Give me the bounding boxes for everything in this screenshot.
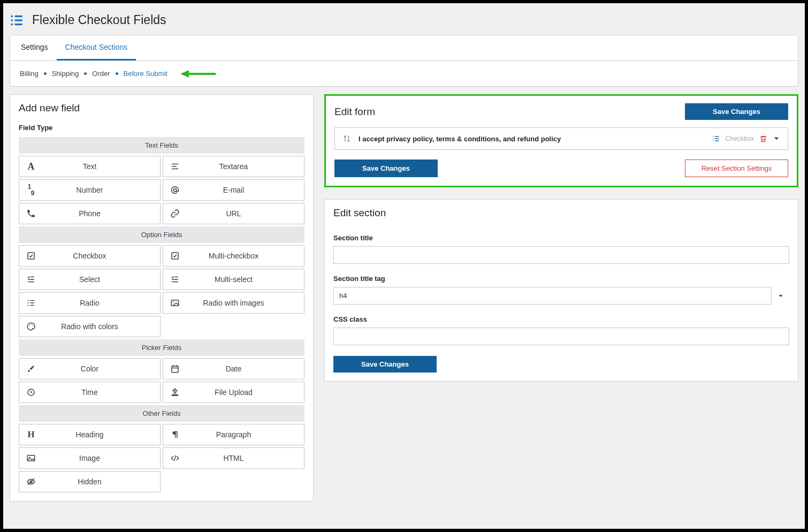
at-icon xyxy=(163,185,187,195)
field-type-paragraph[interactable]: Paragraph xyxy=(163,424,304,445)
drag-handle-icon[interactable] xyxy=(342,134,351,143)
field-type-date[interactable]: Date xyxy=(163,358,304,379)
code-icon xyxy=(163,453,187,463)
save-section-button[interactable]: Save Changes xyxy=(333,356,437,373)
reset-section-button[interactable]: Reset Section Settings xyxy=(685,159,788,177)
field-type-label: Select xyxy=(43,275,160,284)
field-type-label: Hidden xyxy=(43,477,160,486)
checkbox-icon xyxy=(163,251,187,261)
crumb-shipping[interactable]: Shipping xyxy=(52,70,79,78)
image-box-icon xyxy=(163,298,187,308)
crumb-billing[interactable]: Billing xyxy=(20,70,39,78)
paragraph-icon xyxy=(163,430,187,439)
list-icon xyxy=(19,298,43,308)
field-type-label: Text xyxy=(43,162,160,171)
field-type-number[interactable]: 19Number xyxy=(19,179,161,201)
field-type-hidden[interactable]: Hidden xyxy=(19,471,161,492)
field-type-label: Radio xyxy=(43,299,160,307)
field-type-checkbox[interactable]: Checkbox xyxy=(19,245,161,267)
check-list-icon xyxy=(19,275,43,284)
field-type-label: Date xyxy=(187,364,304,373)
section-title-label: Section title xyxy=(333,234,789,242)
expand-icon[interactable] xyxy=(773,135,780,142)
align-left-icon xyxy=(163,162,187,171)
svg-point-22 xyxy=(28,305,28,306)
link-icon xyxy=(163,209,187,218)
crumb-sep xyxy=(116,72,118,75)
edit-section-title: Edit section xyxy=(325,200,798,226)
svg-rect-29 xyxy=(172,366,178,373)
field-type-label: Radio with images xyxy=(187,299,304,307)
css-class-label: CSS class xyxy=(333,315,789,323)
crumb-order[interactable]: Order xyxy=(92,70,110,78)
palette-icon xyxy=(19,322,43,331)
field-type-select[interactable]: Select xyxy=(19,269,161,290)
crumb-before-submit[interactable]: Before Submit xyxy=(124,70,167,78)
field-category-header: Picker Fields xyxy=(19,339,304,356)
field-type-radio-with-images[interactable]: Radio with images xyxy=(163,292,304,314)
svg-point-26 xyxy=(29,325,30,326)
svg-rect-11 xyxy=(172,253,178,259)
field-type-label: Time xyxy=(43,388,160,397)
field-type-time[interactable]: Time xyxy=(19,382,161,403)
app-icon xyxy=(10,13,25,27)
tabs-card: Settings Checkout Sections Billing Shipp… xyxy=(10,35,798,87)
field-label: I accept privacy policy, terms & conditi… xyxy=(359,135,704,143)
svg-point-28 xyxy=(33,325,34,326)
upload-icon xyxy=(163,387,187,397)
calendar-icon xyxy=(163,364,187,374)
field-type-heading[interactable]: HHeading xyxy=(19,424,161,445)
field-type-phone[interactable]: Phone xyxy=(19,203,161,224)
field-type-multi-select[interactable]: Multi-select xyxy=(163,269,304,290)
crumb-sep xyxy=(44,72,47,75)
svg-rect-34 xyxy=(27,455,35,461)
svg-rect-24 xyxy=(171,300,179,306)
add-field-title: Add new field xyxy=(10,95,313,121)
field-type-text[interactable]: AText xyxy=(19,156,161,177)
annotation-arrow xyxy=(180,70,189,78)
svg-point-25 xyxy=(173,301,174,302)
field-type-html[interactable]: HTML xyxy=(163,447,304,469)
brush-icon xyxy=(19,364,43,374)
save-changes-top-button[interactable]: Save Changes xyxy=(685,103,788,120)
field-type-label: Multi-select xyxy=(187,275,304,284)
field-type-radio[interactable]: Radio xyxy=(19,292,161,314)
section-tag-select[interactable] xyxy=(333,287,789,305)
field-type-file-upload[interactable]: File Upload xyxy=(163,382,304,403)
field-type-multi-checkbox[interactable]: Multi-checkbox xyxy=(163,245,304,267)
svg-rect-10 xyxy=(28,253,34,259)
page-header: Flexible Checkout Fields xyxy=(3,3,805,27)
svg-point-18 xyxy=(28,300,28,301)
H-icon: H xyxy=(19,429,43,440)
field-type-textarea[interactable]: Textarea xyxy=(163,156,304,177)
field-type-e-mail[interactable]: E-mail xyxy=(163,179,304,201)
eye-off-icon xyxy=(19,477,43,487)
phone-icon xyxy=(19,209,43,218)
css-class-input[interactable] xyxy=(333,328,789,345)
A-icon: A xyxy=(19,161,43,172)
list-icon xyxy=(712,134,720,143)
field-type-label: Paragraph xyxy=(187,430,304,439)
add-field-panel: Add new field Field Type Text FieldsATex… xyxy=(10,94,314,501)
clock-icon xyxy=(19,387,43,397)
page-title: Flexible Checkout Fields xyxy=(32,13,166,27)
tab-settings[interactable]: Settings xyxy=(12,35,57,60)
crumb-sep xyxy=(84,72,87,75)
field-category-header: Option Fields xyxy=(19,226,304,243)
edit-section-panel: Edit section Section title Section title… xyxy=(324,199,798,382)
checkbox-icon xyxy=(19,251,43,261)
field-type-radio-with-colors[interactable]: Radio with colors xyxy=(19,316,161,337)
edit-form-panel: Edit form Save Changes I accept privacy … xyxy=(324,94,798,187)
field-type-color[interactable]: Color xyxy=(19,358,161,379)
trash-icon[interactable] xyxy=(759,135,767,143)
svg-point-20 xyxy=(28,303,28,303)
field-category-header: Other Fields xyxy=(19,405,304,422)
section-tag-label: Section title tag xyxy=(333,275,789,283)
field-type-image[interactable]: Image xyxy=(19,447,161,469)
tab-checkout-sections[interactable]: Checkout Sections xyxy=(57,35,136,60)
field-row[interactable]: I accept privacy policy, terms & conditi… xyxy=(334,127,788,150)
field-type-url[interactable]: URL xyxy=(163,203,304,224)
save-changes-bottom-button[interactable]: Save Changes xyxy=(334,159,438,177)
section-title-input[interactable] xyxy=(333,246,789,264)
field-type-label: Heading xyxy=(43,430,160,439)
